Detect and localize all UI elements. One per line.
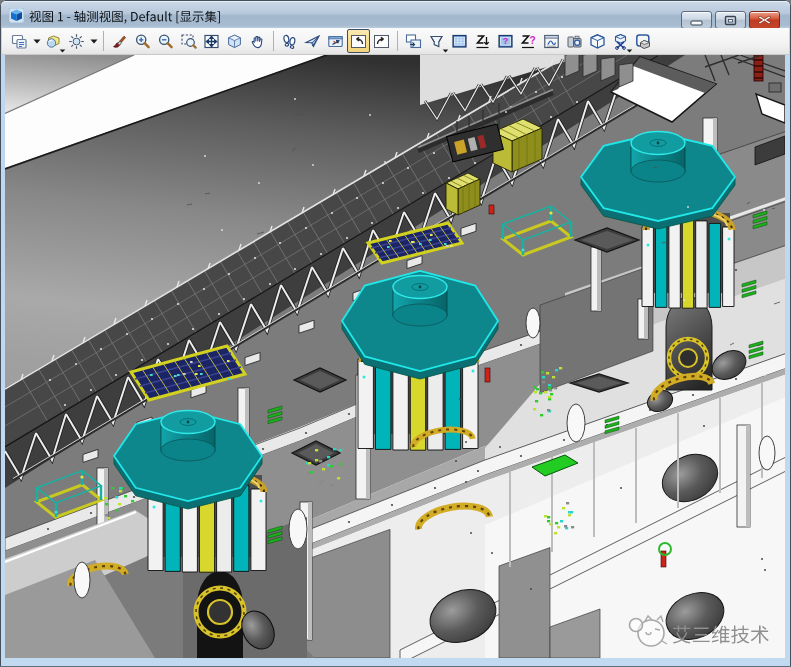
- toolbar-separator: [397, 31, 398, 51]
- define-camera-icon: [566, 33, 583, 50]
- section-clip-button[interactable]: [632, 29, 655, 53]
- rotate-view-button[interactable]: [223, 29, 246, 53]
- view-cube-icon: [9, 8, 24, 23]
- clip-volume-button[interactable]: [425, 29, 448, 53]
- zoom-out-icon: [157, 33, 174, 50]
- walk-icon: [281, 33, 298, 50]
- navigate-view-icon: [327, 33, 344, 50]
- red-ladder: [754, 55, 763, 81]
- set-display-depth-icon: [451, 33, 468, 50]
- close-icon: [750, 12, 779, 28]
- view-attributes-dropdown[interactable]: [31, 30, 42, 52]
- window-area-button[interactable]: [177, 29, 200, 53]
- fly-button[interactable]: [301, 29, 324, 53]
- show-active-depth-icon: [520, 33, 537, 50]
- view-previous-icon: [350, 33, 367, 50]
- fit-view-button[interactable]: [200, 29, 223, 53]
- clip-volume-tools-button[interactable]: [609, 29, 632, 53]
- window-area-icon: [180, 33, 197, 50]
- show-display-depth-button[interactable]: [494, 29, 517, 53]
- view-attributes-dropdown-arrow-icon: [33, 39, 41, 44]
- turbine-platform-3: [114, 411, 262, 510]
- drawing-viewport[interactable]: 艾三维技术: [5, 55, 785, 658]
- zoom-in-icon: [134, 33, 151, 50]
- clip-volume-icon: [428, 33, 445, 50]
- pan-view-icon: [249, 33, 266, 50]
- view-next-button[interactable]: [370, 29, 393, 53]
- camera-settings-icon: [543, 33, 560, 50]
- clip-volume-tools-icon: [612, 33, 629, 50]
- restore-icon: [716, 12, 745, 28]
- window-title: [29, 9, 269, 25]
- toolbar-separator: [273, 31, 274, 51]
- display-style-icon: [45, 33, 62, 50]
- adjust-view-brightness-icon: [68, 33, 85, 50]
- view-next-icon: [373, 33, 390, 50]
- view-toolbar: [2, 28, 789, 55]
- adjust-view-brightness-dropdown[interactable]: [88, 30, 99, 52]
- view-attributes-icon: [11, 33, 28, 50]
- define-camera-button[interactable]: [563, 29, 586, 53]
- window-controls: [681, 11, 780, 29]
- close-button[interactable]: [749, 11, 780, 29]
- adjust-view-brightness-button[interactable]: [65, 29, 88, 53]
- restore-button[interactable]: [715, 11, 746, 29]
- zoom-out-button[interactable]: [154, 29, 177, 53]
- copy-view-icon: [405, 33, 422, 50]
- fly-icon: [304, 33, 321, 50]
- update-view-button[interactable]: [108, 29, 131, 53]
- model-3d-scene: [5, 55, 785, 658]
- walk-button[interactable]: [278, 29, 301, 53]
- set-active-depth-button[interactable]: [471, 29, 494, 53]
- view-previous-button[interactable]: [347, 29, 370, 53]
- toolbar-separator: [103, 31, 104, 51]
- view-attributes-button[interactable]: [8, 29, 31, 53]
- pillar: [737, 425, 750, 527]
- minimize-button[interactable]: [681, 11, 712, 29]
- adjust-view-brightness-dropdown-arrow-icon: [90, 39, 98, 44]
- set-display-depth-button[interactable]: [448, 29, 471, 53]
- pan-view-button[interactable]: [246, 29, 269, 53]
- show-display-depth-icon: [497, 33, 514, 50]
- turbine-platform-1: [581, 132, 735, 230]
- minimize-icon: [682, 12, 711, 28]
- render-view-button[interactable]: [586, 29, 609, 53]
- view-window: 视图 1 - 轴测视图, Default [显示集]: [0, 0, 791, 667]
- rotate-view-icon: [226, 33, 243, 50]
- fit-view-icon: [203, 33, 220, 50]
- section-clip-icon: [635, 33, 652, 50]
- navigate-view-button[interactable]: [324, 29, 347, 53]
- update-view-icon: [111, 33, 128, 50]
- render-view-icon: [589, 33, 606, 50]
- zoom-in-button[interactable]: [131, 29, 154, 53]
- turbine-platform-2: [342, 271, 498, 379]
- camera-settings-button[interactable]: [540, 29, 563, 53]
- copy-view-button[interactable]: [402, 29, 425, 53]
- show-active-depth-button[interactable]: [517, 29, 540, 53]
- display-style-button[interactable]: [42, 29, 65, 53]
- set-active-depth-icon: [474, 33, 491, 50]
- title-bar[interactable]: 视图 1 - 轴测视图, Default [显示集]: [1, 1, 790, 28]
- pillar: [591, 247, 601, 311]
